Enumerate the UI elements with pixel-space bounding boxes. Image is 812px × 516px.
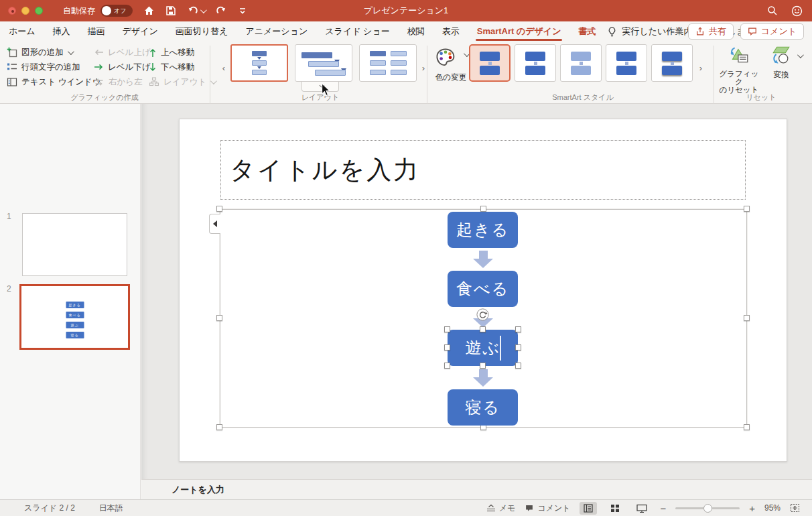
smartart-shape-4[interactable]: 寝る (448, 389, 518, 426)
language-indicator[interactable]: 日本語 (99, 503, 123, 514)
save-icon[interactable] (165, 5, 176, 16)
change-colors-button[interactable] (434, 47, 457, 68)
text-pane-icon (7, 77, 17, 87)
shape-handle-br[interactable] (515, 363, 521, 369)
reset-graphic-button[interactable]: グラフィック のリセット (718, 44, 760, 94)
notes-icon (486, 504, 496, 512)
slideshow-view-button[interactable] (633, 502, 651, 515)
comments-button[interactable]: コメント (740, 23, 804, 40)
frame-handle-tm[interactable] (480, 206, 486, 212)
tab-design[interactable]: デザイン (114, 21, 167, 42)
notes-toggle-button[interactable]: メモ (486, 503, 516, 514)
down-arrow-connector (473, 369, 493, 387)
tab-animations[interactable]: アニメーション (236, 21, 316, 42)
shape-handle-tl[interactable] (444, 326, 450, 332)
smartart-style-4[interactable] (606, 44, 647, 82)
smartart-style-3[interactable] (560, 44, 602, 82)
group-label-smartart-styles: SmartArt スタイル (462, 92, 703, 103)
layout-button[interactable]: レイアウト (149, 75, 215, 88)
smartart-style-5[interactable] (651, 44, 693, 82)
rotate-handle-icon[interactable] (476, 308, 489, 321)
slide-editor[interactable]: タイトルを入力 起きる 食べる 遊ぶ 寝る (179, 119, 787, 462)
style-gallery-next[interactable]: › (697, 63, 705, 73)
smartart-style-1[interactable] (469, 44, 511, 82)
text-pane-label: テキスト ウインドウ (21, 76, 101, 88)
zoom-slider[interactable] (675, 507, 740, 509)
frame-handle-bl[interactable] (216, 424, 222, 430)
text-pane-toggle-button[interactable] (209, 214, 220, 234)
bullet-list-icon (7, 62, 17, 72)
tab-insert[interactable]: 挿入 (44, 21, 79, 42)
shape-handle-tr[interactable] (515, 326, 521, 332)
normal-view-button[interactable] (580, 502, 597, 515)
layout-thumb-vertical-process[interactable] (230, 44, 288, 82)
fit-to-window-button[interactable] (790, 503, 800, 513)
add-bullet-button[interactable]: 行頭文字の追加 (7, 60, 80, 74)
frame-handle-tr[interactable] (744, 206, 750, 212)
demote-button[interactable]: レベル下げ (94, 60, 151, 74)
minimize-window-button[interactable] (21, 7, 29, 15)
shape-handle-bl[interactable] (444, 363, 450, 369)
close-window-button[interactable] (8, 7, 16, 15)
frame-handle-ml[interactable] (216, 315, 222, 321)
move-down-button[interactable]: 下へ移動 (149, 60, 194, 74)
slide-2-thumbnail[interactable]: 起きる 食べる 遊ぶ 寝る (19, 284, 130, 350)
smartart-shape-2[interactable]: 食べる (448, 271, 518, 307)
promote-label: レベル上げ (108, 47, 151, 58)
zoom-level[interactable]: 95% (764, 503, 781, 513)
layout-gallery-more-button[interactable] (301, 82, 339, 92)
tab-review[interactable]: 校閲 (399, 21, 433, 42)
promote-button[interactable]: レベル上げ (94, 46, 151, 59)
zoom-in-button[interactable]: + (749, 503, 755, 514)
notes-pane[interactable]: ノートを入力 (141, 479, 812, 499)
frame-handle-mr[interactable] (744, 315, 750, 321)
shape-handle-ml[interactable] (444, 344, 450, 350)
tab-draw[interactable]: 描画 (79, 21, 114, 42)
layout-gallery-prev[interactable]: ‹ (220, 63, 228, 73)
add-shape-button[interactable]: 図形の追加 (7, 46, 72, 59)
smartart-style-2[interactable] (515, 44, 556, 82)
shape-handle-tm[interactable] (480, 326, 486, 332)
layout-thumb-step-down-process[interactable] (295, 44, 352, 82)
tab-view[interactable]: 表示 (433, 21, 468, 42)
add-bullet-label: 行頭文字の追加 (21, 62, 80, 73)
redo-icon[interactable] (216, 5, 227, 16)
comment-icon (525, 504, 534, 513)
layout-button-label: レイアウト (163, 76, 206, 88)
lightbulb-icon (607, 26, 617, 38)
slide-1-thumbnail[interactable] (22, 213, 127, 276)
zoom-out-button[interactable]: − (660, 503, 666, 514)
demote-label: レベル下げ (108, 62, 151, 73)
title-placeholder[interactable]: タイトルを入力 (220, 140, 746, 200)
move-up-button[interactable]: 上へ移動 (149, 46, 194, 59)
frame-handle-br[interactable] (744, 424, 750, 430)
tab-home[interactable]: ホーム (0, 21, 44, 42)
search-icon[interactable] (767, 5, 778, 16)
home-icon[interactable] (143, 5, 155, 16)
fullscreen-window-button[interactable] (35, 7, 43, 15)
smartart-shape-1[interactable]: 起きる (448, 212, 518, 248)
comments-toggle-button[interactable]: コメント (525, 503, 570, 514)
tab-smartart-design[interactable]: SmartArt のデザイン (468, 21, 570, 42)
ribbon-display-icon[interactable] (238, 6, 247, 15)
frame-handle-tl[interactable] (216, 206, 222, 212)
convert-icon (770, 44, 792, 66)
undo-icon[interactable] (187, 5, 205, 16)
slide-sorter-view-button[interactable] (606, 502, 624, 515)
smartart-shape-3-selected[interactable]: 遊ぶ (448, 330, 518, 366)
account-icon[interactable] (791, 5, 803, 17)
autosave-toggle[interactable]: オフ (100, 5, 133, 17)
comment-icon (748, 27, 757, 36)
tab-slideshow[interactable]: スライド ショー (316, 21, 398, 42)
shape-handle-bm[interactable] (480, 363, 486, 369)
tab-transitions[interactable]: 画面切り替え (167, 21, 237, 42)
convert-button[interactable]: 変換 (766, 44, 797, 80)
group-label-create-graphic: グラフィックの作成 (0, 92, 209, 103)
shape-handle-mr[interactable] (515, 344, 521, 350)
right-to-left-button[interactable]: 右から左 (94, 75, 143, 88)
zoom-slider-knob[interactable] (703, 504, 712, 513)
share-button[interactable]: 共有 (688, 23, 734, 40)
layout-thumb-hierarchy[interactable] (359, 44, 417, 82)
text-pane-button[interactable]: テキスト ウインドウ (7, 75, 101, 88)
tab-format[interactable]: 書式 (569, 21, 604, 42)
